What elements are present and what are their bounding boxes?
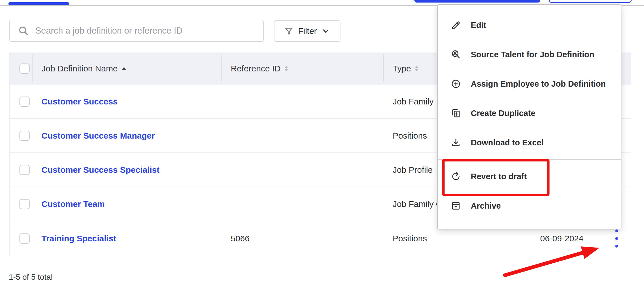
filter-button-label: Filter [298, 26, 317, 36]
row-checkbox[interactable] [19, 131, 30, 141]
row-checkbox[interactable] [19, 199, 30, 209]
context-menu-item[interactable]: Source Talent for Job Definition [438, 40, 621, 69]
job-definition-link[interactable]: Training Specialist [41, 234, 116, 243]
column-header[interactable]: Type [393, 53, 418, 85]
pagination-count: 1-5 of 5 total [9, 273, 53, 282]
archive-icon [450, 200, 461, 211]
type-cell: Job Family [393, 97, 434, 106]
date-cell: 06-09-2024 [540, 234, 583, 243]
revert-icon [450, 171, 461, 182]
context-menu-item[interactable]: Archive [438, 191, 621, 220]
download-icon [450, 137, 461, 148]
type-cell: Positions [393, 234, 427, 243]
context-menu-item[interactable]: Download to Excel [438, 128, 621, 157]
plus-circle-icon [450, 78, 461, 89]
row-checkbox[interactable] [19, 165, 30, 175]
sort-toggle-icon[interactable] [285, 66, 288, 71]
select-all-checkbox[interactable] [19, 64, 30, 74]
column-header[interactable]: Job Definition Name [41, 53, 126, 85]
primary-action-button-partial[interactable] [414, 0, 540, 3]
sort-toggle-icon[interactable] [415, 66, 418, 71]
context-menu-item[interactable]: Create Duplicate [438, 99, 621, 128]
job-definition-link[interactable]: Customer Team [41, 199, 105, 209]
context-menu-item[interactable]: Revert to draft [438, 162, 621, 191]
type-cell: Job Profile [393, 165, 433, 175]
reference-id-cell: 5066 [231, 234, 250, 243]
context-menu-item[interactable]: Assign Employee to Job Definition [438, 69, 621, 99]
sort-ascending-icon[interactable] [122, 67, 126, 70]
row-actions-context-menu: Edit Source Talent for Job Definition As… [437, 4, 621, 229]
row-checkbox[interactable] [19, 233, 30, 244]
filter-button[interactable]: Filter [274, 20, 340, 42]
column-header-label: Reference ID [231, 64, 281, 73]
job-definition-link[interactable]: Customer Success [41, 97, 118, 106]
search-person-icon [450, 49, 461, 60]
job-definition-link[interactable]: Customer Success Manager [41, 131, 155, 141]
active-tab-indicator[interactable] [8, 2, 69, 5]
column-header-label: Type [393, 64, 411, 73]
row-checkbox[interactable] [19, 97, 30, 107]
search-box [9, 20, 264, 42]
search-icon [18, 25, 29, 36]
row-actions-kebab-icon[interactable] [612, 228, 621, 249]
duplicate-icon [450, 108, 461, 119]
filter-funnel-icon [284, 26, 294, 36]
column-header[interactable]: Reference ID [231, 53, 288, 85]
column-header-label: Job Definition Name [41, 64, 118, 73]
pencil-icon [450, 20, 461, 30]
job-definition-link[interactable]: Customer Success Specialist [41, 165, 160, 175]
menu-divider [438, 159, 621, 160]
secondary-action-button-partial[interactable] [549, 0, 632, 3]
search-input[interactable] [35, 21, 259, 41]
chevron-down-icon [321, 27, 330, 36]
context-menu-item[interactable]: Edit [438, 10, 621, 40]
type-cell: Positions [393, 131, 427, 141]
